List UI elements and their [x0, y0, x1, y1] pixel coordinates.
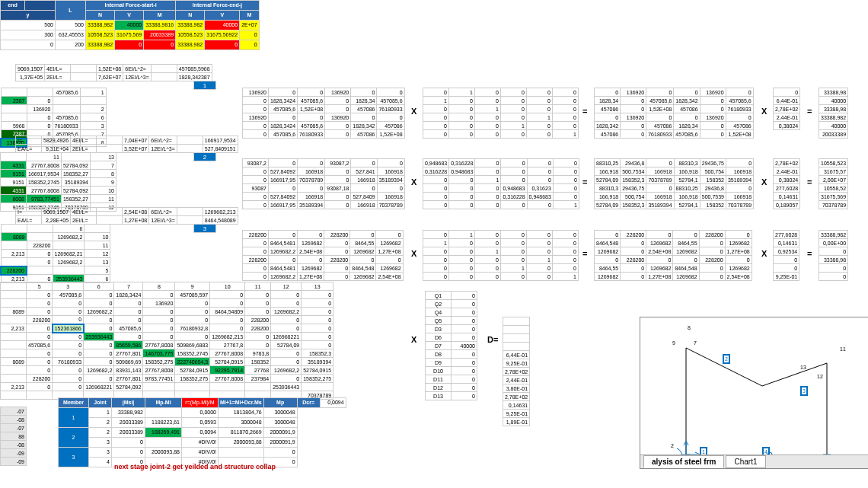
- multiply-op: X: [411, 177, 416, 187]
- left-block-2: 1113 433127767,800852784,0927 9151166917…: [0, 152, 116, 212]
- vec-f2: 10558,52331675,572,00E+0710558,5231675,5…: [819, 158, 848, 209]
- stiffness-block-1: 9069,15074EI/L=1,52E+086EI/L^2=457085,59…: [15, 64, 212, 81]
- d-vector: 6,44E-019,25E-012,78E+022,44E-013,80E-01…: [503, 317, 530, 426]
- block-num-2: 2: [193, 152, 216, 161]
- block-num-3: 3: [193, 224, 216, 233]
- hdr-ifend: Internal Force-end-j: [176, 1, 259, 11]
- matrix-kt1: 01369200013692001828,340457085,61828,342…: [594, 88, 754, 139]
- stiffness-block-3: I=9069,15074EI/L=2,54E+086EI/L^2=1269682…: [15, 207, 238, 225]
- multiply-op: X: [761, 177, 767, 187]
- equals-op: =: [807, 249, 812, 258]
- matrix-t3: 010000100000001000000010000100000001: [423, 230, 579, 281]
- multiply-op: X: [411, 335, 416, 344]
- vec-f1: 33388,984000033388,9833388,9824000020033…: [819, 88, 848, 139]
- equals-op: =: [582, 249, 587, 258]
- collapse-note: next stage joint-2 get yeilded and struc…: [114, 463, 276, 470]
- force-row: 0 200 33388,982 0 0 33388,982 0 0: [1, 40, 260, 50]
- vec-d3: 277,60280,146310,92534009,25E-01: [773, 230, 799, 281]
- multiply-op: X: [761, 249, 767, 258]
- equals-op: =: [807, 107, 812, 116]
- force-row: 300 632,45553 10558,523 31675,569 200333…: [1, 30, 260, 40]
- block-num-1: 1: [193, 81, 216, 90]
- matrix-k1: 136920001369200001828,3424457085,601828,…: [242, 88, 405, 139]
- q-vector: Q10Q20Q40Q50D30D60D740000D80D90D100D110D…: [425, 291, 477, 400]
- stiffness-block-2: I=5829,49264EI/L=7,04E+076EI/L^2=166917,…: [15, 136, 238, 153]
- matrix-kt2: 88310,2529436,8088310,329436,750166,9185…: [594, 158, 754, 209]
- left-block-3: 6 80891269682,210 22820011 2,21301269682…: [0, 224, 110, 283]
- hdr-ifstart: Internal Force-start-i: [86, 1, 176, 11]
- vec-d2: 2,78E+022,44E-010,38024277,60280,146310,…: [773, 158, 800, 209]
- equals-op: =: [582, 107, 587, 116]
- d-label: D=: [487, 335, 498, 344]
- multiply-op: X: [411, 107, 416, 116]
- matrix-k2: 93087,20093087,2000527,840921669180527,8…: [242, 158, 405, 209]
- matrix-t1: 010000100000001000000010000100000001: [423, 88, 579, 139]
- hdr-L: L: [56, 1, 86, 21]
- matrix-kt3: 02282000022820008464,548012696828464,550…: [594, 230, 752, 281]
- vec-d1: 06,44E-012,78E+022,44E-010,38024: [773, 88, 800, 130]
- structure-diagram: 1 2 3 4 2 1 7 8 9 12 13 11 alysis of ste…: [640, 317, 868, 469]
- row-labels: -07 -08 -07 88 -08 -09 -09: [0, 407, 27, 466]
- multiply-op: X: [411, 249, 416, 258]
- equals-op: =: [807, 177, 812, 187]
- force-row: 500 500 33388,982 40000 33388,9816 33388…: [1, 21, 260, 30]
- dcr-value: 0,0094: [320, 398, 346, 408]
- tab-analysis[interactable]: alysis of steel frm: [643, 455, 724, 468]
- tab-chart1[interactable]: Chart1: [726, 455, 765, 468]
- matrix-t2: 0,9486830,31622800000,3162280,9486830000…: [423, 158, 579, 209]
- force-table: end L Internal Force-start-i Internal Fo…: [0, 0, 260, 50]
- hdr-end: end: [1, 1, 25, 11]
- global-stiffness-matrix: 536789101112130457085,601828,34240457085…: [0, 282, 333, 400]
- member-table: Member Joint |Msi| Mp-Mi r=(Mp-Mi)/M Mi+…: [58, 397, 346, 467]
- vec-f3: 33388,9820,00E+00033388,9800: [819, 230, 848, 281]
- hdr-y: y: [1, 11, 56, 21]
- matrix-k3: 228200002282000008464,5481126968208464,5…: [242, 230, 404, 281]
- multiply-op: X: [761, 107, 767, 116]
- equals-op: =: [582, 177, 587, 187]
- sheet-tab-bar: alysis of steel frm Chart1: [640, 455, 868, 468]
